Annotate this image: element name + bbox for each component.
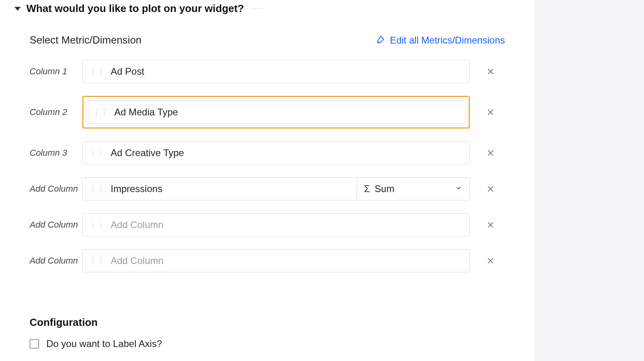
content-area: Select Metric/Dimension Edit all Metrics…	[0, 15, 535, 349]
section-title: What would you like to plot on your widg…	[26, 2, 244, 15]
remove-column-button[interactable]	[479, 108, 502, 117]
chevron-down-icon	[455, 184, 462, 193]
metrics-header-row: Select Metric/Dimension Edit all Metrics…	[30, 34, 505, 46]
select-metric-label: Select Metric/Dimension	[30, 34, 141, 46]
column-field[interactable]: ⋮⋮ Impressions	[82, 177, 356, 200]
row-label: Column 2	[30, 107, 82, 117]
field-value: Ad Creative Type	[111, 147, 184, 159]
field-wrap: ⋮⋮ Add Column	[82, 213, 470, 236]
edit-all-metrics-link[interactable]: Edit all Metrics/Dimensions	[376, 35, 505, 46]
label-axis-checkbox[interactable]	[30, 339, 39, 349]
field-wrap: ⋮⋮ Ad Post	[82, 60, 470, 83]
drag-handle-icon[interactable]: ⋮⋮	[93, 108, 109, 117]
remove-column-button[interactable]	[479, 256, 502, 265]
field-wrap: ⋮⋮ Add Column	[82, 249, 470, 272]
label-axis-row: Do you want to Label Axis?	[30, 338, 505, 349]
configuration-title: Configuration	[30, 316, 505, 329]
column-row: Column 2 ⋮⋮ Ad Media Type	[30, 96, 505, 129]
aggregation-select[interactable]: Σ Sum	[356, 177, 470, 200]
row-label: Column 3	[30, 148, 82, 158]
close-icon	[486, 149, 495, 157]
drag-handle-icon[interactable]: ⋮⋮	[89, 220, 105, 229]
remove-column-button[interactable]	[479, 67, 502, 76]
drag-handle-icon[interactable]: ⋮⋮	[89, 149, 105, 157]
field-placeholder: Add Column	[111, 219, 163, 230]
column-row: Add Column ⋮⋮ Add Column	[30, 249, 505, 272]
field-value: Ad Post	[111, 66, 144, 77]
row-label: Add Column	[30, 184, 82, 194]
close-icon	[486, 108, 495, 117]
widget-config-panel: What would you like to plot on your widg…	[0, 0, 535, 361]
row-label: Add Column	[30, 256, 82, 266]
divider	[252, 8, 263, 9]
column-field-highlighted[interactable]: ⋮⋮ Ad Media Type	[82, 96, 470, 129]
configuration-section: Configuration Do you want to Label Axis?	[30, 316, 505, 349]
remove-column-button[interactable]	[479, 149, 502, 157]
column-row: Column 3 ⋮⋮ Ad Creative Type	[30, 141, 505, 165]
field-value: Ad Media Type	[114, 107, 178, 118]
edit-icon	[376, 35, 385, 46]
column-row: Add Column ⋮⋮ Impressions Σ Sum	[30, 177, 505, 200]
label-axis-label: Do you want to Label Axis?	[46, 338, 162, 349]
column-field-empty[interactable]: ⋮⋮ Add Column	[82, 249, 470, 272]
field-wrap-split: ⋮⋮ Impressions Σ Sum	[82, 177, 470, 200]
column-field[interactable]: ⋮⋮ Ad Post	[82, 60, 470, 83]
column-rows: Column 1 ⋮⋮ Ad Post Column 2 ⋮	[30, 60, 505, 285]
sigma-icon: Σ	[364, 183, 370, 194]
remove-column-button[interactable]	[479, 220, 502, 229]
drag-handle-icon[interactable]: ⋮⋮	[89, 184, 105, 193]
row-label: Column 1	[30, 66, 82, 77]
close-icon	[486, 256, 495, 265]
aggregation-value: Sum	[375, 183, 394, 194]
close-icon	[486, 184, 495, 193]
chevron-down-icon[interactable]	[14, 7, 21, 11]
column-row: Add Column ⋮⋮ Add Column	[30, 213, 505, 236]
field-wrap: ⋮⋮ Ad Creative Type	[82, 141, 470, 165]
edit-all-metrics-text: Edit all Metrics/Dimensions	[390, 35, 505, 46]
close-icon	[486, 67, 495, 76]
column-field-inner[interactable]: ⋮⋮ Ad Media Type	[86, 101, 466, 124]
drag-handle-icon[interactable]: ⋮⋮	[89, 256, 105, 265]
field-wrap: ⋮⋮ Ad Media Type	[82, 96, 470, 129]
column-row: Column 1 ⋮⋮ Ad Post	[30, 60, 505, 83]
column-field-empty[interactable]: ⋮⋮ Add Column	[82, 213, 470, 236]
aggregation-left: Σ Sum	[364, 183, 394, 194]
section-header[interactable]: What would you like to plot on your widg…	[0, 0, 535, 15]
close-icon	[486, 220, 495, 229]
row-label: Add Column	[30, 220, 82, 230]
field-value: Impressions	[111, 183, 162, 194]
field-placeholder: Add Column	[111, 255, 163, 266]
remove-column-button[interactable]	[479, 184, 502, 193]
drag-handle-icon[interactable]: ⋮⋮	[89, 67, 105, 76]
column-field[interactable]: ⋮⋮ Ad Creative Type	[82, 141, 470, 165]
